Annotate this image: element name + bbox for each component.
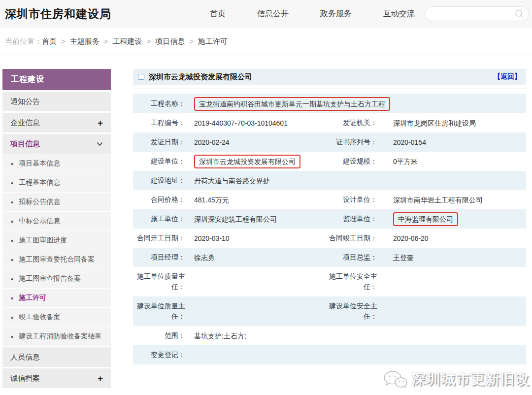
table-row: 合同开工日期：2020-03-10合同竣工日期：2020-06-20 (133, 229, 526, 248)
sidebar-item-诚信档案[interactable]: 诚信档案+ (2, 368, 111, 388)
search-icon[interactable] (515, 9, 524, 18)
bullet-icon: • (11, 314, 13, 321)
breadcrumb-separator: > (147, 37, 151, 45)
field-label: 监理单位： (325, 214, 390, 224)
field-label: 项目总监： (325, 252, 390, 263)
field-value: 481.45万元 (191, 195, 325, 205)
field-label: 项目经理： (133, 252, 191, 263)
field-label: 工程名称： (133, 99, 191, 109)
field-label: 建设单位质量主任： (133, 301, 191, 322)
field-value: 0平方米 (390, 157, 526, 166)
field-label: 建设单位： (133, 156, 191, 166)
breadcrumb-separator: > (61, 37, 66, 45)
sidebar-item-施工图审图进度[interactable]: •施工图审图进度 (2, 231, 111, 250)
field-value: 2020-02-24 (191, 137, 325, 147)
bullet-icon: • (11, 237, 13, 244)
sidebar-item-项目基本信息[interactable]: •项目基本信息 (2, 154, 111, 173)
info-table: 工程名称：宝龙街道南约积谷田城市更新单元一期基坑支护与土石方工程工程编号：201… (133, 94, 526, 364)
title-divider (133, 89, 526, 89)
sidebar-item-招标公告信息[interactable]: •招标公告信息 (2, 193, 111, 211)
back-link[interactable]: 【返回】 (494, 72, 521, 81)
field-label: 发证日期： (133, 137, 191, 147)
field-label: 施工单位质量主任： (133, 271, 191, 292)
content-title-bar: 深圳市云龙城投资发展有限公司 【返回】 (133, 69, 526, 85)
sidebar-item-label: 施工许可 (19, 294, 46, 302)
sidebar-item-建设工程消防验收备案结果[interactable]: •建设工程消防验收备案结果 (2, 327, 111, 346)
plus-icon: + (98, 374, 103, 383)
field-label: 合同开工日期： (133, 233, 191, 243)
breadcrumb-prefix: 当前位置： (5, 37, 42, 46)
main-nav: 首页信息公开政务服务互动交流 (210, 9, 415, 19)
sidebar-item-label: 施工图审查委托合同备案 (19, 255, 95, 264)
table-row: 发证日期：2020-02-24证书序列号：2020-0154 (133, 132, 526, 152)
sidebar: 工程建设 通知公告企业信息+项目信息•项目基本信息•工程基本信息•招标公告信息•… (2, 69, 111, 388)
wechat-logo-icon (382, 368, 408, 390)
sidebar-item-label: 竣工验收备案 (19, 313, 60, 322)
sidebar-item-label: 招标公告信息 (19, 198, 60, 206)
table-row: 建设单位质量主任：建设单位安全主任： (133, 296, 526, 326)
field-value: 2020-0154 (390, 137, 526, 147)
table-row: 工程编号：2019-440307-70-03-10104601发证机关：深圳市龙… (133, 113, 526, 132)
nav-item[interactable]: 信息公开 (257, 9, 289, 19)
search-input[interactable] (430, 10, 515, 18)
field-value: 深圳市南华岩土工程有限公司 (390, 195, 526, 205)
table-row: 合同价格：481.45万元设计单位：深圳市南华岩土工程有限公司 (133, 190, 526, 209)
sidebar-item-label: 工程基本信息 (19, 178, 60, 187)
breadcrumb-link[interactable]: 项目信息 (155, 37, 185, 45)
nav-item[interactable]: 首页 (210, 9, 226, 19)
field-label: 发证机关： (325, 118, 390, 128)
sidebar-item-工程基本信息[interactable]: •工程基本信息 (2, 173, 111, 192)
bullet-icon: • (11, 179, 13, 187)
nav-item[interactable]: 政务服务 (320, 9, 352, 19)
table-row: 施工单位：深圳深安建筑工程有限公司监理单位：中海监理有限公司 (133, 209, 526, 229)
sidebar-item-施工图审查报告备案[interactable]: •施工图审查报告备案 (2, 269, 111, 288)
field-label: 建设规模： (325, 156, 390, 166)
sidebar-item-通知公告[interactable]: 通知公告 (2, 92, 111, 111)
sidebar-item-企业信息[interactable]: 企业信息+ (2, 113, 111, 132)
sidebar-header: 工程建设 (2, 69, 111, 90)
bullet-icon: • (11, 295, 13, 302)
sidebar-item-label: 项目基本信息 (19, 159, 60, 168)
field-label: 设计单位： (325, 195, 390, 205)
breadcrumb-link[interactable]: 首页 (42, 37, 57, 45)
sidebar-item-竣工验收备案[interactable]: •竣工验收备案 (2, 308, 111, 327)
breadcrumb-link[interactable]: 施工许可 (198, 37, 228, 45)
field-value: 2020-03-10 (191, 233, 325, 243)
sidebar-item-label: 建设工程消防验收备案结果 (19, 332, 101, 341)
bullet-icon: • (11, 256, 13, 263)
field-value: 中海监理有限公司 (390, 211, 526, 227)
sidebar-item-项目信息[interactable]: 项目信息 (2, 134, 111, 154)
breadcrumb-link[interactable]: 主题服务 (70, 37, 100, 45)
sidebar-item-label: 施工图审图进度 (19, 236, 67, 245)
bullet-icon: • (11, 160, 13, 167)
field-label: 证书序列号： (325, 137, 390, 147)
chevron-down-icon (97, 142, 103, 146)
breadcrumb-separator: > (189, 37, 194, 45)
watermark-text: 深圳城市更新旧改 (412, 370, 530, 389)
table-row: 建设地址：丹荷大道与南谷路交界处 (133, 171, 526, 190)
field-label: 范围： (133, 330, 191, 341)
highlight-box: 宝龙街道南约积谷田城市更新单元一期基坑支护与土石方工程 (194, 97, 390, 111)
field-value: 丹荷大道与南谷路交界处 (191, 176, 526, 186)
table-row: 建设单位：深圳市云龙城投资发展有限公司建设规模：0平方米 (133, 152, 526, 171)
nav-item[interactable]: 互动交流 (383, 9, 415, 19)
table-row: 变更登记： (133, 345, 526, 364)
breadcrumb-items: 首页>主题服务>工程建设>项目信息>施工许可 (42, 37, 228, 46)
field-label: 施工单位： (133, 214, 191, 224)
page-title: 深圳市云龙城投资发展有限公司 (149, 72, 252, 82)
table-row: 范围：基坑支护;土石方; (133, 326, 526, 345)
search-box (425, 6, 529, 21)
field-value: 深圳深安建筑工程有限公司 (191, 214, 325, 224)
highlight-box: 深圳市云龙城投资发展有限公司 (194, 155, 300, 168)
sidebar-item-施工许可[interactable]: •施工许可 (2, 289, 111, 307)
field-value: 2020-06-20 (390, 233, 526, 243)
sidebar-item-施工图审查委托合同备案[interactable]: •施工图审查委托合同备案 (2, 250, 111, 269)
sidebar-item-label: 诚信档案 (10, 374, 40, 383)
breadcrumb-link[interactable]: 工程建设 (113, 37, 142, 45)
table-row: 施工单位质量主任：施工单位安全主任： (133, 267, 526, 296)
field-label: 合同竣工日期： (325, 233, 390, 243)
bullet-icon: • (11, 198, 13, 206)
field-value: 宝龙街道南约积谷田城市更新单元一期基坑支护与土石方工程 (191, 96, 526, 112)
sidebar-item-中标公示信息[interactable]: •中标公示信息 (2, 212, 111, 230)
sidebar-item-人员信息[interactable]: 人员信息 (2, 347, 111, 367)
